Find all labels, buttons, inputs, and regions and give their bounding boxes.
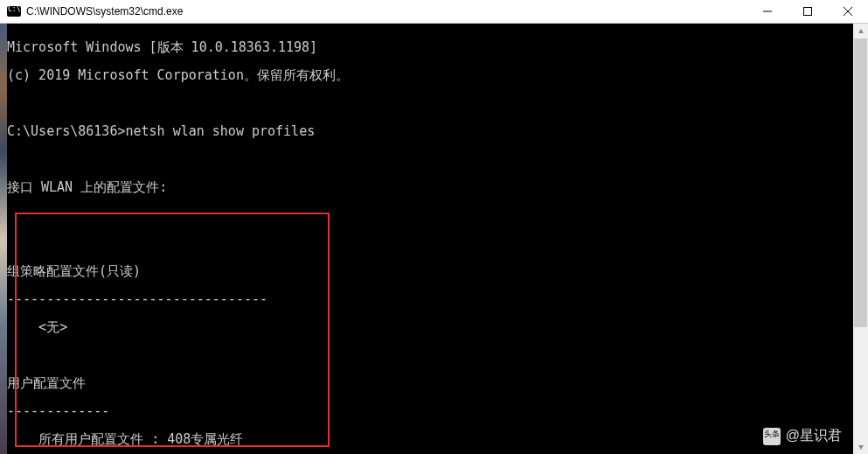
maximize-button[interactable]: [788, 0, 828, 24]
blank-line: [7, 236, 857, 250]
divider: -------------: [7, 404, 857, 418]
profile-line: 所有用户配置文件 : 408专属光纤: [7, 432, 857, 446]
titlebar[interactable]: C:\WINDOWS\system32\cmd.exe: [0, 0, 868, 24]
group-policy-header: 组策略配置文件(只读): [7, 264, 857, 278]
svg-marker-4: [858, 29, 864, 33]
watermark: @星识君: [763, 427, 842, 445]
toutiao-icon: [763, 428, 781, 445]
svg-marker-5: [858, 445, 864, 450]
scrollbar[interactable]: [853, 24, 868, 454]
divider: ---------------------------------: [7, 292, 857, 306]
blank-line: [7, 208, 857, 222]
blank-line: [7, 96, 857, 110]
prompt-line: C:\Users\86136>netsh wlan show profiles: [7, 124, 857, 138]
scroll-up-button[interactable]: [853, 24, 868, 38]
copyright-line: (c) 2019 Microsoft Corporation。保留所有权利。: [7, 68, 857, 82]
blank-line: [7, 152, 857, 166]
close-button[interactable]: [828, 0, 868, 24]
desktop-edge: [0, 24, 7, 454]
watermark-text: @星识君: [786, 427, 842, 445]
gp-none: <无>: [7, 320, 857, 334]
entered-command: netsh wlan show profiles: [125, 123, 315, 139]
blank-line: [7, 348, 857, 362]
terminal-output[interactable]: Microsoft Windows [版本 10.0.18363.1198] (…: [7, 24, 857, 454]
minimize-button[interactable]: [747, 0, 788, 24]
scrollbar-thumb[interactable]: [854, 38, 867, 327]
svg-rect-1: [804, 8, 812, 16]
cmd-icon: [7, 6, 21, 17]
window-title: C:\WINDOWS\system32\cmd.exe: [26, 5, 747, 17]
version-line: Microsoft Windows [版本 10.0.18363.1198]: [7, 40, 857, 54]
prompt: C:\Users\86136>: [7, 123, 125, 139]
scroll-down-button[interactable]: [853, 439, 868, 454]
interface-header: 接口 WLAN 上的配置文件:: [7, 180, 857, 194]
user-profiles-header: 用户配置文件: [7, 376, 857, 390]
